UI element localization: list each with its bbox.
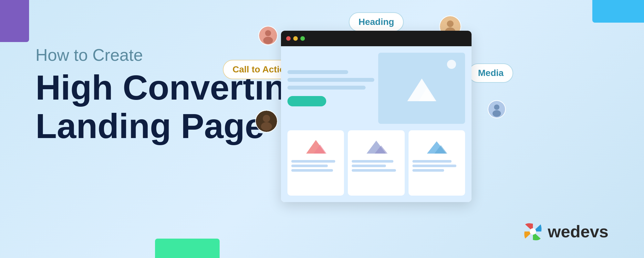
svg-point-21	[530, 228, 536, 235]
card-line	[412, 165, 456, 167]
blue-corner-decoration	[592, 0, 644, 23]
browser-mockup	[281, 31, 472, 202]
wedevs-logo-icon	[523, 221, 543, 242]
main-title: High Converting Landing Page	[36, 69, 307, 145]
card-line	[352, 160, 393, 163]
card-line	[352, 169, 396, 172]
browser-mountain-icon	[401, 72, 443, 104]
avatar-4	[488, 100, 506, 118]
browser-text-line-1	[287, 70, 348, 74]
browser-image-column	[378, 53, 465, 124]
card-line	[291, 169, 333, 172]
browser-text-line-3	[287, 86, 366, 90]
green-bottom-decoration	[155, 239, 220, 258]
svg-point-10	[494, 104, 500, 110]
card-line	[352, 165, 386, 167]
card-3-lines	[412, 160, 461, 172]
wedevs-brand-name: wedevs	[548, 222, 608, 241]
browser-cta-button	[287, 96, 326, 106]
browser-dot-red	[286, 36, 291, 41]
heading-pill: Heading	[349, 12, 404, 32]
wedevs-logo: wedevs	[523, 221, 608, 242]
avatar-2	[255, 110, 278, 133]
banner-container: How to Create High Converting Landing Pa…	[0, 0, 644, 258]
card-1-image	[291, 135, 340, 157]
browser-titlebar	[281, 31, 472, 46]
browser-text-line-2	[287, 78, 374, 82]
card-1-lines	[291, 160, 340, 172]
browser-text-column	[287, 53, 374, 124]
purple-corner-decoration	[0, 0, 29, 42]
svg-point-5	[261, 122, 272, 131]
svg-point-1	[265, 30, 271, 36]
heading-pill-label: Heading	[358, 17, 394, 27]
media-pill: Media	[468, 63, 513, 83]
svg-point-7	[447, 20, 454, 27]
card-line	[412, 169, 444, 172]
avatar-1	[258, 26, 278, 45]
browser-dot-green	[300, 36, 305, 41]
card-line	[291, 160, 335, 163]
card-line	[412, 160, 452, 163]
svg-point-4	[263, 115, 270, 122]
browser-content	[281, 46, 472, 202]
svg-point-2	[263, 37, 273, 44]
browser-card-2	[348, 130, 404, 196]
browser-dot-yellow	[293, 36, 298, 41]
browser-card-3	[409, 130, 465, 196]
card-2-lines	[352, 160, 400, 172]
media-pill-label: Media	[478, 68, 504, 78]
card-3-image	[412, 135, 461, 157]
browser-card-1	[287, 130, 344, 196]
card-2-image	[352, 135, 400, 157]
browser-cards-grid	[287, 130, 465, 196]
svg-point-11	[493, 110, 501, 117]
browser-hero-section	[287, 53, 465, 124]
card-line	[291, 165, 328, 167]
browser-sun-circle	[447, 60, 456, 69]
